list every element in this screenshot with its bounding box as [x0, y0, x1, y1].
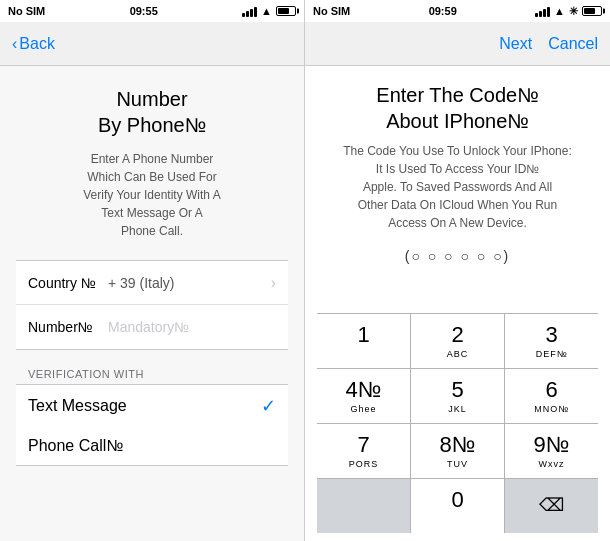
country-form-section: Country № + 39 (Italy) › Number№ Mandato…	[16, 260, 288, 350]
left-title: Number By Phone№	[16, 86, 288, 138]
key-0-num: 0	[451, 488, 463, 512]
status-icons-right: ▲ ✳	[535, 5, 602, 18]
right-content: Enter The Code№ About IPhone№ The Code Y…	[305, 66, 610, 541]
key-6-num: 6	[545, 378, 557, 402]
key-1-alpha	[362, 349, 366, 359]
verification-header: VERIFICATION WITH	[16, 360, 288, 384]
delete-key[interactable]: ⌫	[505, 479, 598, 533]
key-8-alpha: TUV	[447, 459, 468, 469]
signal-icon-right	[535, 5, 550, 17]
back-button[interactable]: ‹ Back	[12, 35, 55, 53]
number-label: Number№	[28, 319, 108, 335]
key-0[interactable]: 0	[411, 479, 505, 533]
numpad-row-1: 1 2 ABC 3 DEF№	[317, 314, 598, 369]
battery-icon	[276, 6, 296, 16]
key-1[interactable]: 1	[317, 314, 411, 368]
numpad-row-2: 4№ Ghee 5 JKL 6 MNO№	[317, 369, 598, 424]
number-placeholder: Mandatory№	[108, 319, 276, 335]
key-6-alpha: MNO№	[534, 404, 569, 414]
key-2-alpha: ABC	[447, 349, 469, 359]
key-9[interactable]: 9№ Wxvz	[505, 424, 598, 478]
next-button[interactable]: Next	[499, 35, 532, 53]
country-value: + 39 (Italy)	[108, 275, 271, 291]
key-4-alpha: Ghee	[350, 404, 376, 414]
text-message-option[interactable]: Text Message ✓	[16, 384, 288, 428]
phone-call-option[interactable]: Phone Call№	[16, 427, 288, 466]
key-2[interactable]: 2 ABC	[411, 314, 505, 368]
time-right: 09:59	[429, 5, 457, 17]
bluetooth-icon: ✳	[569, 5, 578, 18]
numpad-row-3: 7 PORS 8№ TUV 9№ Wxvz	[317, 424, 598, 479]
chevron-right-icon: ›	[271, 274, 276, 292]
carrier-right: No SIM	[313, 5, 350, 17]
carrier-left: No SIM	[8, 5, 45, 17]
key-5[interactable]: 5 JKL	[411, 369, 505, 423]
country-label: Country №	[28, 275, 108, 291]
key-3-alpha: DEF№	[536, 349, 568, 359]
time-left: 09:55	[130, 5, 158, 17]
numpad-row-4: 0 ⌫	[317, 479, 598, 533]
number-row[interactable]: Number№ Mandatory№	[16, 305, 288, 349]
delete-icon: ⌫	[539, 496, 564, 516]
key-7[interactable]: 7 PORS	[317, 424, 411, 478]
right-description: The Code You Use To Unlock Your IPhone: …	[317, 142, 598, 232]
key-9-alpha: Wxvz	[539, 459, 565, 469]
numpad: 1 2 ABC 3 DEF№ 4№ Ghee 5	[317, 313, 598, 533]
left-description: Enter A Phone Number Which Can Be Used F…	[16, 150, 288, 240]
key-3[interactable]: 3 DEF№	[505, 314, 598, 368]
status-icons-left: ▲	[242, 5, 296, 17]
phone-call-label: Phone Call№	[28, 437, 123, 455]
nav-bar-left: ‹ Back	[0, 22, 304, 66]
text-message-label: Text Message	[28, 397, 127, 415]
left-panel: No SIM 09:55 ▲ ‹ Back Number By Phone№ E…	[0, 0, 305, 541]
chevron-left-icon: ‹	[12, 35, 17, 53]
key-0-alpha	[456, 514, 460, 524]
right-panel: No SIM 09:59 ▲ ✳ Next Cancel Enter The C…	[305, 0, 610, 541]
status-bar-right: No SIM 09:59 ▲ ✳	[305, 0, 610, 22]
key-6[interactable]: 6 MNO№	[505, 369, 598, 423]
key-8-num: 8№	[440, 433, 476, 457]
code-dot-1: (○ ○ ○ ○ ○ ○)	[405, 248, 511, 264]
key-empty	[317, 479, 411, 533]
key-1-num: 1	[357, 323, 369, 347]
country-row[interactable]: Country № + 39 (Italy) ›	[16, 261, 288, 305]
key-7-num: 7	[357, 433, 369, 457]
cancel-button[interactable]: Cancel	[548, 35, 598, 53]
right-title: Enter The Code№ About IPhone№	[317, 82, 598, 134]
battery-icon-right	[582, 6, 602, 16]
key-2-num: 2	[451, 323, 463, 347]
key-4[interactable]: 4№ Ghee	[317, 369, 411, 423]
wifi-icon: ▲	[261, 5, 272, 17]
signal-icon	[242, 5, 257, 17]
back-label[interactable]: Back	[19, 35, 55, 53]
key-5-alpha: JKL	[448, 404, 467, 414]
key-9-num: 9№	[534, 433, 570, 457]
status-bar-left: No SIM 09:55 ▲	[0, 0, 304, 22]
left-content: Number By Phone№ Enter A Phone Number Wh…	[0, 66, 304, 541]
key-3-num: 3	[545, 323, 557, 347]
key-7-alpha: PORS	[349, 459, 379, 469]
code-dots-display: (○ ○ ○ ○ ○ ○)	[317, 248, 598, 264]
checkmark-icon: ✓	[261, 395, 276, 417]
key-8[interactable]: 8№ TUV	[411, 424, 505, 478]
wifi-icon-right: ▲	[554, 5, 565, 17]
key-4-num: 4№	[346, 378, 382, 402]
nav-bar-right: Next Cancel	[305, 22, 610, 66]
key-5-num: 5	[451, 378, 463, 402]
